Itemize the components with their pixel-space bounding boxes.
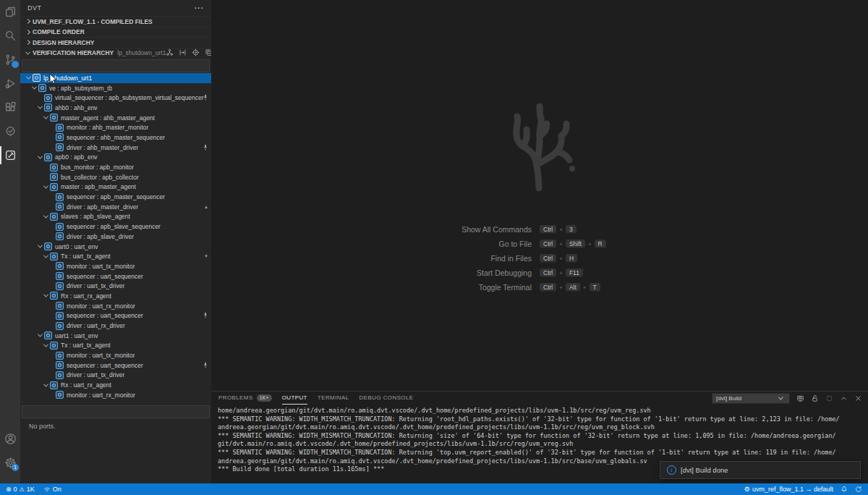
tree-item[interactable]: uart0 : uart_env <box>20 242 211 252</box>
network-status[interactable]: On <box>43 486 61 493</box>
tree-item[interactable]: sequencer : uart_sequencer <box>20 360 211 371</box>
uvm-component-icon <box>56 391 64 399</box>
tree-item[interactable]: apb0 : apb_env <box>20 153 211 163</box>
collapse-all-icon[interactable] <box>205 48 211 58</box>
watermark-command: Toggle TerminalCtrl+Alt+T <box>211 283 868 292</box>
uvm-component-icon <box>50 213 58 221</box>
activity-source-control-icon[interactable] <box>0 48 20 72</box>
activity-dvt-verify-icon[interactable] <box>0 119 20 143</box>
tree-item[interactable]: virtual_sequencer : apb_subsystem_virtua… <box>20 93 211 103</box>
panel-tab-problems[interactable]: PROBLEMS1K+ <box>218 392 272 405</box>
close-panel-icon[interactable] <box>854 394 862 402</box>
ports-filter-box[interactable] <box>22 405 210 418</box>
tree-item[interactable]: ahb0 : ahb_env <box>20 103 211 113</box>
tree-item[interactable]: sequencer : ahb_master_sequencer <box>20 132 211 143</box>
activity-run-debug-icon[interactable] <box>0 72 20 96</box>
tree-item[interactable]: driver : uart_tx_driver <box>20 371 211 381</box>
tree-item[interactable]: sequencer : apb_slave_sequencer <box>20 221 211 232</box>
link-editor-icon[interactable] <box>179 48 187 58</box>
reload-status-item[interactable] <box>855 486 862 493</box>
plus-separator: + <box>588 241 592 248</box>
watermark-commands: Show All CommandsCtrl+3Go to FileCtrl+Sh… <box>211 225 868 292</box>
activity-files-icon[interactable] <box>0 0 20 24</box>
more-actions-icon[interactable] <box>195 4 204 12</box>
chevron-down-icon <box>42 255 49 258</box>
panel-tab-output[interactable]: OUTPUT <box>282 392 307 405</box>
tree-item-label: bus_monitor : apb_monitor <box>61 164 134 171</box>
tree-item[interactable]: monitor : ahb_master_monitor <box>20 122 211 132</box>
tree-item[interactable]: ve : apb_subsystem_tb <box>20 83 211 93</box>
dvt-icon <box>4 149 17 161</box>
verification-hierarchy-tree: lp_shutdown_urt1ve : apb_subsystem_tbvir… <box>20 73 211 404</box>
section-header-design-hierarchy[interactable]: DESIGN HIERARCHY <box>20 37 211 48</box>
tree-item[interactable]: monitor : uart_tx_monitor <box>20 350 211 360</box>
dvt-project-status[interactable]: uvm_ref_flow_1.1 → default <box>744 486 833 493</box>
bell-status-item[interactable] <box>841 486 848 493</box>
activity-account-icon[interactable] <box>0 427 20 451</box>
tree-item[interactable]: sequencer : apb_master_sequencer <box>20 192 211 202</box>
key-chip: Ctrl <box>540 268 556 277</box>
key-chip: Ctrl <box>540 240 556 248</box>
panel-tab-debug-console[interactable]: DEBUG CONSOLE <box>359 392 414 405</box>
output-channel-select[interactable]: [dvt] Build <box>712 393 790 404</box>
tree-item[interactable]: bus_monitor : apb_monitor <box>20 162 211 172</box>
tree-item[interactable]: Tx : uart_tx_agent▼ <box>20 251 211 261</box>
open-log-icon[interactable] <box>796 394 804 402</box>
errors-count: 0 <box>14 486 17 493</box>
panel-tab-terminal[interactable]: TERMINAL <box>318 392 349 405</box>
pin-icon <box>203 95 208 101</box>
tree-item[interactable]: Rx : uart_rx_agent <box>20 380 211 390</box>
activity-dvt-icon[interactable] <box>0 143 20 167</box>
unlock-icon[interactable] <box>811 394 819 402</box>
tree-item-label: Rx : uart_rx_agent <box>61 292 111 300</box>
section-description: lp_shutdown_urt1 <box>117 49 166 56</box>
tree-item[interactable]: Rx : uart_rx_agent <box>20 291 211 301</box>
key-chip: Ctrl <box>540 283 556 292</box>
tree-item[interactable]: monitor : uart_tx_monitor <box>20 261 211 271</box>
activity-search-icon[interactable] <box>0 24 20 48</box>
wifi-icon <box>43 486 51 493</box>
tree-item[interactable]: driver : apb_master_driver▲ <box>20 202 211 212</box>
tree-item[interactable]: master : apb_master_agent <box>20 182 211 192</box>
tree-item[interactable]: Tx : uart_tx_agent <box>20 341 211 351</box>
tree-item[interactable]: bus_collector : apb_collector <box>20 172 211 182</box>
section-header-compile-order[interactable]: COMPILE ORDER <box>20 27 211 38</box>
section-header-uvm-ref-flow-1-1-compiled-files[interactable]: UVM_REF_FLOW_1.1 - COMPILED FILES <box>20 16 211 27</box>
pin-icon <box>203 313 208 319</box>
activity-settings-gear-icon[interactable]: 1 <box>0 451 20 475</box>
tree-item[interactable]: uart1 : uart_env <box>20 331 211 341</box>
tree-item[interactable]: master_agent : ahb_master_agent <box>20 113 211 123</box>
tree-item-label: Tx : uart_tx_agent <box>61 253 111 260</box>
section-header-verification-hierarchy[interactable]: VERIFICATION HIERARCHYlp_shutdown_urt1 <box>20 48 211 59</box>
tree-item-label: monitor : uart_tx_monitor <box>67 263 135 270</box>
uvm-component-icon <box>56 312 64 320</box>
tree-item[interactable]: driver : uart_rx_driver <box>20 321 211 331</box>
tree-item[interactable]: monitor : uart_rx_monitor <box>20 301 211 311</box>
tree-item-label: sequencer : uart_sequencer <box>67 312 143 319</box>
locate-icon[interactable] <box>192 48 200 58</box>
problems-status[interactable]: 0 1K <box>6 486 35 493</box>
hierarchy-icon[interactable] <box>166 48 174 58</box>
info-icon <box>667 465 676 475</box>
notification-toast[interactable]: [dvt] Build done <box>660 461 861 479</box>
maximize-panel-icon[interactable] <box>840 394 848 402</box>
tree-item[interactable]: driver : ahb_master_driver <box>20 143 211 153</box>
activity-extensions-icon[interactable] <box>0 96 20 119</box>
chevron-right-icon <box>25 30 30 35</box>
clear-output-icon[interactable] <box>825 394 833 402</box>
tree-item[interactable]: driver : apb_slave_driver <box>20 232 211 242</box>
chevron-down-icon <box>42 185 49 189</box>
hierarchy-filter-box[interactable] <box>22 59 210 72</box>
tree-item-label: ve : apb_subsystem_tb <box>49 85 112 92</box>
tree-item-label: monitor : uart_rx_monitor <box>67 302 135 310</box>
tree-item[interactable]: driver : uart_tx_driver <box>20 281 211 291</box>
tree-item[interactable]: slaves : apb_slave_agent <box>20 212 211 222</box>
tree-item[interactable]: sequencer : uart_sequencer <box>20 271 211 282</box>
chevron-down-icon <box>25 49 30 54</box>
key-chip: Alt <box>566 283 580 292</box>
chevron-right-icon <box>25 40 30 45</box>
watermark-command-keys: Ctrl+3 <box>540 225 868 234</box>
tree-item[interactable]: sequencer : uart_sequencer <box>20 311 211 321</box>
tree-item[interactable]: monitor : uart_rx_monitor <box>20 390 211 400</box>
mouse-cursor <box>49 73 57 84</box>
